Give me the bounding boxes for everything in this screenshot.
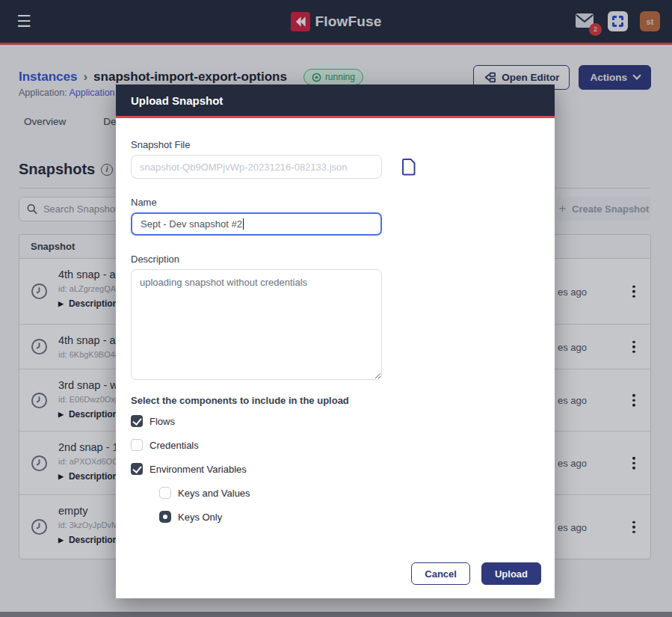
- file-field-label: Snapshot File: [131, 139, 540, 150]
- checkbox-checked-icon[interactable]: [131, 415, 143, 427]
- radio-checked-icon[interactable]: [159, 511, 171, 523]
- page: ☰ FlowFuse 2 st Instances › snapshot-imp…: [0, 0, 672, 617]
- checkbox-unchecked-icon[interactable]: [131, 439, 143, 451]
- checkbox-environment-variables[interactable]: Environment Variables: [131, 463, 540, 475]
- dialog-header: Upload Snapshot: [116, 85, 555, 118]
- radio-keys-and-values[interactable]: Keys and Values: [159, 487, 540, 499]
- cancel-button[interactable]: Cancel: [411, 562, 470, 585]
- checkbox-credentials[interactable]: Credentials: [131, 439, 540, 451]
- dialog-footer: Cancel Upload: [116, 562, 555, 585]
- file-placeholder: snapshot-Qb9OMPjvWp-20231216-082133.json: [140, 162, 348, 173]
- name-field-label: Name: [131, 197, 540, 208]
- radio-unchecked-icon[interactable]: [159, 487, 171, 499]
- upload-button[interactable]: Upload: [481, 562, 541, 585]
- description-textarea[interactable]: uploading snapshot without credentials: [131, 269, 382, 380]
- dialog-body: Snapshot File snapshot-Qb9OMPjvWp-202312…: [116, 118, 555, 598]
- description-field-label: Description: [131, 254, 540, 265]
- text-cursor: [243, 218, 244, 230]
- upload-snapshot-dialog: Upload Snapshot Snapshot File snapshot-Q…: [116, 85, 555, 598]
- radio-keys-only[interactable]: Keys Only: [159, 511, 540, 523]
- document-icon[interactable]: [401, 158, 417, 176]
- checkbox-checked-icon[interactable]: [131, 463, 143, 475]
- dialog-title: Upload Snapshot: [131, 94, 223, 107]
- components-label: Select the components to include in the …: [131, 395, 540, 406]
- checkbox-flows[interactable]: Flows: [131, 415, 540, 427]
- name-input[interactable]: Sept - Dev snapshot #2: [131, 212, 382, 236]
- name-value: Sept - Dev snapshot #2: [141, 218, 242, 230]
- snapshot-file-input[interactable]: snapshot-Qb9OMPjvWp-20231216-082133.json: [131, 155, 382, 179]
